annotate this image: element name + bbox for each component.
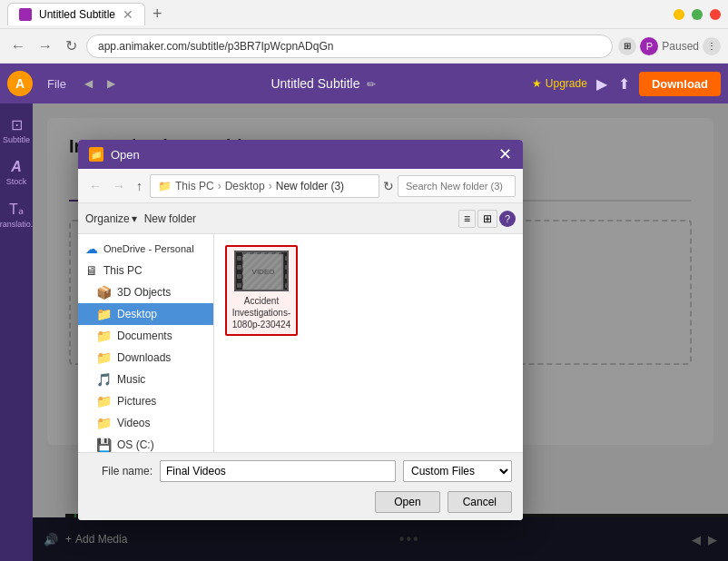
music-label: Music — [117, 373, 145, 386]
toolbar-forward-arrow[interactable]: ▶ — [103, 75, 119, 92]
upgrade-button[interactable]: ★ Upgrade — [532, 77, 587, 90]
3d-objects-icon: 📦 — [96, 285, 112, 300]
new-folder-button[interactable]: New folder — [144, 212, 196, 225]
filetype-select[interactable]: Custom Files All Files — [403, 460, 512, 482]
svg-rect-9 — [285, 283, 289, 288]
dialog-search-input[interactable] — [398, 175, 516, 197]
dialog-forward-button[interactable]: → — [109, 177, 129, 195]
dialog-close-button[interactable]: ✕ — [498, 146, 512, 162]
film-strip-svg: VIDEO — [236, 252, 289, 291]
view-buttons: ≡ ⊞ ? — [458, 210, 516, 228]
window-maximize-button[interactable] — [692, 9, 703, 20]
toolbar-back-arrow[interactable]: ◀ — [81, 75, 96, 92]
cancel-button[interactable]: Cancel — [448, 491, 512, 513]
open-button[interactable]: Open — [375, 491, 439, 513]
dialog-sidebar-item-desktop[interactable]: 📁 Desktop — [78, 303, 213, 325]
file-item-accident-video[interactable]: VIDEO Accident Investigations-1080p-2304… — [225, 245, 298, 336]
nav-back-button[interactable]: ← — [7, 36, 29, 56]
browser-titlebar: Untitled Subtitle ✕ + — [0, 0, 728, 29]
dialog-sidebar-item-3d-objects[interactable]: 📦 3D Objects — [78, 281, 213, 303]
view-details-button[interactable]: ⊞ — [477, 210, 497, 228]
svg-rect-4 — [237, 274, 241, 279]
os-c-label: OS (C:) — [117, 438, 154, 451]
breadcrumb-part-1: This PC — [175, 180, 214, 192]
dialog-sidebar-item-videos[interactable]: 📁 Videos — [78, 412, 213, 434]
dialog-help-button[interactable]: ? — [499, 211, 516, 227]
dialog-up-button[interactable]: ↑ — [133, 177, 146, 195]
browser-actions: ⊞ P Paused ⋮ — [618, 37, 721, 55]
dialog-footer: File name: Custom Files All Files Open C… — [78, 452, 523, 520]
svg-rect-7 — [285, 265, 289, 270]
browser-tab[interactable]: Untitled Subtitle ✕ — [7, 3, 145, 25]
view-list-button[interactable]: ≡ — [458, 210, 476, 228]
edit-title-icon[interactable]: ✏ — [367, 78, 376, 91]
breadcrumb-part-2: Desktop — [225, 180, 265, 192]
address-input[interactable] — [86, 34, 613, 58]
dialog-back-button[interactable]: ← — [85, 177, 105, 195]
profile-button[interactable]: P — [640, 37, 658, 55]
dialog-title: Open — [111, 148, 498, 162]
dialog-files[interactable]: VIDEO Accident Investigations-1080p-2304… — [214, 234, 523, 452]
music-icon: 🎵 — [96, 372, 112, 387]
dialog-sidebar-item-onedrive[interactable]: ☁ OneDrive - Personal — [78, 238, 213, 260]
sidebar-item-subtitle[interactable]: ⊡ Subtitle — [1, 111, 32, 150]
videos-icon: 📁 — [96, 416, 112, 430]
window-close-button[interactable] — [710, 9, 721, 20]
dialog-sidebar-item-this-pc[interactable]: 🖥 This PC — [78, 260, 213, 281]
app-body: ⊡ Subtitle A Stock Tₐ Translatio... Impo… — [0, 103, 728, 561]
download-button[interactable]: Download — [639, 72, 721, 96]
svg-rect-2 — [237, 256, 241, 261]
dialog-sidebar-item-music[interactable]: 🎵 Music — [78, 369, 213, 390]
breadcrumb-part-3: New folder (3) — [276, 180, 344, 192]
sidebar-item-stock[interactable]: A Stock — [1, 153, 32, 192]
file-open-dialog: 📁 Open ✕ ← → ↑ 📁 This PC › Desktop › — [78, 140, 523, 520]
menu-button[interactable]: ⋮ — [703, 37, 721, 55]
window-controls — [674, 9, 721, 20]
paused-badge[interactable]: Paused — [662, 40, 699, 53]
toolbar-right: ★ Upgrade ▶ ⬆ Download — [532, 72, 721, 96]
render-icon[interactable]: ▶ — [595, 74, 609, 94]
dialog-icon: 📁 — [89, 147, 103, 162]
app-logo: A — [7, 71, 33, 96]
new-tab-button[interactable]: + — [152, 5, 162, 24]
tab-close-button[interactable]: ✕ — [123, 7, 133, 22]
window-minimize-button[interactable] — [674, 9, 684, 20]
sidebar-item-label-subtitle: Subtitle — [3, 135, 30, 144]
svg-rect-5 — [237, 283, 241, 288]
nav-reload-button[interactable]: ↻ — [62, 35, 81, 56]
dialog-refresh-button[interactable]: ↻ — [383, 179, 394, 193]
translation-icon: Tₐ — [9, 201, 24, 218]
documents-label: Documents — [117, 330, 172, 342]
file-thumbnail: VIDEO — [234, 251, 289, 291]
star-icon: ★ — [532, 77, 542, 90]
3d-objects-label: 3D Objects — [117, 286, 171, 299]
organize-button[interactable]: Organize ▾ — [85, 212, 137, 225]
dialog-sidebar-item-downloads[interactable]: 📁 Downloads — [78, 347, 213, 369]
browser-addressbar: ← → ↻ ⊞ P Paused ⋮ — [0, 29, 728, 64]
app-title-container: Untitled Subtitle ✏ — [126, 76, 525, 91]
svg-rect-3 — [237, 265, 241, 270]
svg-text:VIDEO: VIDEO — [252, 268, 275, 276]
app-toolbar: A File ◀ ▶ Untitled Subtitle ✏ ★ Upgrade… — [0, 64, 728, 103]
dialog-body: ☁ OneDrive - Personal 🖥 This PC 📦 3D Obj… — [78, 234, 523, 452]
breadcrumb-separator-2: › — [269, 180, 272, 192]
main-content: Import / Select a Video Upload My Export… — [33, 103, 728, 561]
share-icon[interactable]: ⬆ — [616, 74, 632, 94]
sidebar-item-translation[interactable]: Tₐ Translatio... — [1, 195, 32, 234]
breadcrumb-folder-icon: 📁 — [158, 180, 172, 192]
pictures-icon: 📁 — [96, 394, 112, 408]
dialog-sidebar: ☁ OneDrive - Personal 🖥 This PC 📦 3D Obj… — [78, 234, 214, 452]
nav-forward-button[interactable]: → — [34, 36, 56, 56]
filename-input[interactable] — [160, 460, 396, 482]
onedrive-label: OneDrive - Personal — [103, 243, 194, 254]
breadcrumb-separator-1: › — [218, 180, 221, 192]
pictures-label: Pictures — [117, 395, 156, 408]
dialog-sidebar-item-pictures[interactable]: 📁 Pictures — [78, 390, 213, 412]
dialog-sidebar-item-os-c[interactable]: 💾 OS (C:) — [78, 434, 213, 452]
filename-label: File name: — [89, 465, 152, 477]
tab-title: Untitled Subtitle — [39, 8, 115, 21]
footer-filename-row: File name: Custom Files All Files — [89, 460, 512, 482]
dialog-sidebar-item-documents[interactable]: 📁 Documents — [78, 325, 213, 347]
file-menu-button[interactable]: File — [40, 74, 74, 94]
extensions-button[interactable]: ⊞ — [618, 37, 636, 55]
